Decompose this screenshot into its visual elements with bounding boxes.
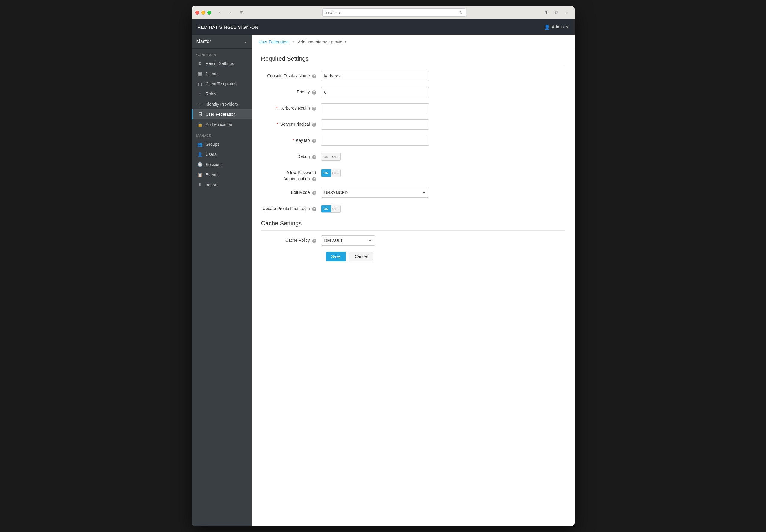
form-group-console-display-name: Console Display Name ? xyxy=(261,71,565,81)
refresh-icon[interactable]: ↻ xyxy=(459,10,463,15)
forward-button[interactable]: › xyxy=(226,8,235,17)
sidebar-item-clients[interactable]: ▣ Clients xyxy=(192,69,252,79)
share-button[interactable]: ⬆ xyxy=(542,8,551,17)
sidebar-item-user-federation[interactable]: 🗄 User Federation xyxy=(192,109,252,119)
toggle-debug-on-label: ON xyxy=(321,153,331,160)
form-group-cache-policy: Cache Policy ? DEFAULT EVICT_WEEKLY EVIC… xyxy=(261,235,565,246)
input-server-principal[interactable] xyxy=(321,119,429,130)
sidebar-label-user-federation: User Federation xyxy=(206,112,236,117)
user-icon: 👤 xyxy=(544,24,550,30)
maximize-button[interactable] xyxy=(207,11,211,15)
browser-actions: ⬆ ⧉ + xyxy=(542,8,571,17)
manage-section-label: Manage xyxy=(192,130,252,139)
help-icon-kerberos-realm[interactable]: ? xyxy=(312,107,316,111)
reader-button[interactable]: ⊞ xyxy=(238,8,246,17)
sidebar: Master ∨ Configure ⚙ Realm Settings ▣ Cl… xyxy=(192,35,252,526)
realm-chevron-icon: ∨ xyxy=(244,39,247,44)
help-icon-allow-password-auth[interactable]: ? xyxy=(312,177,316,181)
manage-section: Manage 👥 Groups 👤 Users 🕐 Sessions � xyxy=(192,130,252,190)
user-menu[interactable]: 👤 Admin ∨ xyxy=(544,24,568,30)
breadcrumb-separator: » xyxy=(292,39,295,44)
toggle-debug-off-label: OFF xyxy=(331,153,341,160)
realm-selector[interactable]: Master ∨ xyxy=(192,35,252,49)
input-priority[interactable] xyxy=(321,87,429,97)
address-bar-wrap: localhost ↻ xyxy=(248,8,540,17)
label-console-display-name: Console Display Name ? xyxy=(261,71,321,79)
toggle-wrap-update-profile-first-login: ON OFF xyxy=(321,204,341,214)
form-group-priority: Priority ? xyxy=(261,87,565,97)
help-icon-debug[interactable]: ? xyxy=(312,155,316,159)
users-icon: 👤 xyxy=(198,152,203,157)
label-kerberos-realm: * Kerberos Realm ? xyxy=(261,103,321,111)
sidebar-label-import: Import xyxy=(206,183,218,187)
traffic-lights xyxy=(195,11,211,15)
client-templates-icon: ◫ xyxy=(198,81,203,86)
toggle-allow-password-auth-off-label: OFF xyxy=(331,169,341,177)
help-icon-edit-mode[interactable]: ? xyxy=(312,191,316,195)
app-container: RED HAT SINGLE SIGN-ON 👤 Admin ∨ Master … xyxy=(192,19,574,526)
help-icon-priority[interactable]: ? xyxy=(312,90,316,95)
form-group-debug: Debug ? ON OFF xyxy=(261,152,565,162)
toggle-update-profile-first-login[interactable]: ON OFF xyxy=(321,205,341,213)
breadcrumb-parent[interactable]: User Federation xyxy=(259,39,289,44)
label-update-profile-first-login: Update Profile First Login ? xyxy=(261,204,321,212)
tabs-button[interactable]: ⧉ xyxy=(552,8,561,17)
sidebar-label-identity-providers: Identity Providers xyxy=(206,102,238,107)
input-keytab[interactable] xyxy=(321,136,429,146)
required-marker-kerberos-realm: * xyxy=(276,106,278,110)
help-icon-keytab[interactable]: ? xyxy=(312,139,316,143)
browser-nav: ‹ › ⊞ xyxy=(216,8,246,17)
user-federation-icon: 🗄 xyxy=(198,112,203,117)
input-kerberos-realm[interactable] xyxy=(321,103,429,113)
save-button[interactable]: Save xyxy=(326,252,346,261)
address-bar[interactable]: localhost ↻ xyxy=(322,8,466,17)
toggle-debug[interactable]: ON OFF xyxy=(321,153,341,161)
sidebar-item-identity-providers[interactable]: ⇄ Identity Providers xyxy=(192,99,252,109)
form-actions: Save Cancel xyxy=(261,252,565,261)
sidebar-label-authentication: Authentication xyxy=(206,122,233,127)
sidebar-item-authentication[interactable]: 🔒 Authentication xyxy=(192,119,252,130)
select-edit-mode[interactable]: UNSYNCED READ_ONLY WRITABLE xyxy=(321,188,429,198)
label-debug: Debug ? xyxy=(261,152,321,160)
back-button[interactable]: ‹ xyxy=(216,8,224,17)
form-group-kerberos-realm: * Kerberos Realm ? xyxy=(261,103,565,113)
required-settings-title: Required Settings xyxy=(261,55,565,66)
toggle-update-profile-first-login-off-label: OFF xyxy=(331,205,341,212)
toggle-allow-password-auth[interactable]: ON OFF xyxy=(321,169,341,177)
sidebar-item-groups[interactable]: 👥 Groups xyxy=(192,139,252,149)
form-group-server-principal: * Server Principal ? xyxy=(261,119,565,130)
toggle-update-profile-first-login-on-label: ON xyxy=(321,205,331,212)
minimize-button[interactable] xyxy=(201,11,205,15)
input-console-display-name[interactable] xyxy=(321,71,429,81)
sidebar-item-sessions[interactable]: 🕐 Sessions xyxy=(192,159,252,170)
close-button[interactable] xyxy=(195,11,199,15)
label-cache-policy: Cache Policy ? xyxy=(261,235,321,244)
new-tab-button[interactable]: + xyxy=(563,8,571,17)
sidebar-item-roles[interactable]: ≡ Roles xyxy=(192,89,252,99)
select-cache-policy[interactable]: DEFAULT EVICT_WEEKLY EVICT_DAILY EVICT_H… xyxy=(321,235,375,246)
help-icon-update-profile-first-login[interactable]: ? xyxy=(312,207,316,211)
sidebar-item-client-templates[interactable]: ◫ Client Templates xyxy=(192,79,252,89)
form-group-update-profile-first-login: Update Profile First Login ? ON OFF xyxy=(261,204,565,214)
sidebar-item-users[interactable]: 👤 Users xyxy=(192,149,252,159)
sidebar-label-realm-settings: Realm Settings xyxy=(206,61,234,66)
help-icon-cache-policy[interactable]: ? xyxy=(312,239,316,243)
sidebar-item-import[interactable]: ⬇ Import xyxy=(192,180,252,190)
label-server-principal: * Server Principal ? xyxy=(261,119,321,127)
chevron-down-icon: ∨ xyxy=(566,25,568,29)
configure-section: Configure ⚙ Realm Settings ▣ Clients ◫ C… xyxy=(192,49,252,130)
page-content: Required Settings Console Display Name ?… xyxy=(252,48,574,268)
sidebar-item-events[interactable]: 📋 Events xyxy=(192,170,252,180)
brand: RED HAT SINGLE SIGN-ON xyxy=(198,25,259,30)
cancel-button[interactable]: Cancel xyxy=(349,252,373,261)
required-marker-server-principal: * xyxy=(277,122,278,127)
cache-settings-title: Cache Settings xyxy=(261,220,565,231)
sidebar-label-users: Users xyxy=(206,152,217,157)
sidebar-label-client-templates: Client Templates xyxy=(206,81,237,86)
help-icon-server-principal[interactable]: ? xyxy=(312,123,316,127)
roles-icon: ≡ xyxy=(198,92,203,96)
toggle-wrap-debug: ON OFF xyxy=(321,152,341,162)
help-icon-console-display-name[interactable]: ? xyxy=(312,74,316,78)
sidebar-item-realm-settings[interactable]: ⚙ Realm Settings xyxy=(192,58,252,69)
toggle-wrap-allow-password-auth: ON OFF xyxy=(321,168,341,178)
